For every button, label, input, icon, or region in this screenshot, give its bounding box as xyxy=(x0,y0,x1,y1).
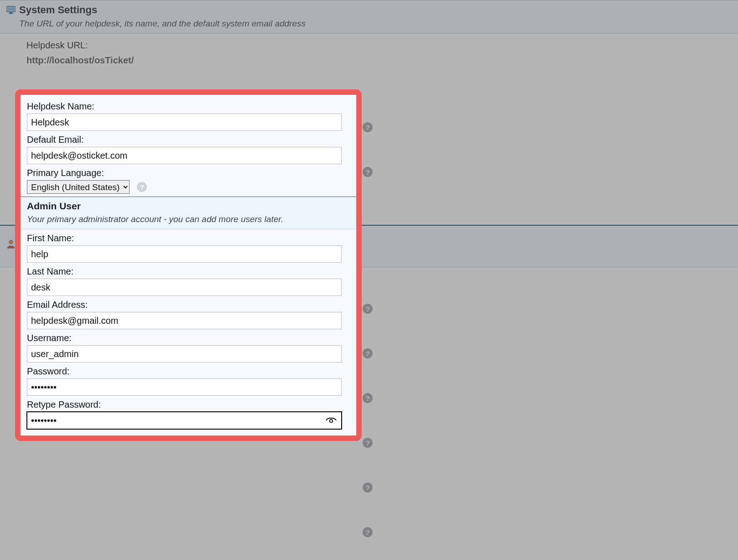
svg-rect-1 xyxy=(8,7,14,11)
helpdesk-url-block: Helpdesk URL: http://localhost/osTicket/ xyxy=(0,34,738,72)
admin-user-subtitle: Your primary administrator account - you… xyxy=(27,214,350,224)
svg-rect-2 xyxy=(10,12,12,13)
helpdesk-url-value: http://localhost/osTicket/ xyxy=(26,55,732,66)
svg-point-5 xyxy=(330,420,333,422)
help-icon[interactable]: ? xyxy=(363,527,373,537)
password-input[interactable] xyxy=(27,379,342,396)
eye-icon[interactable] xyxy=(325,416,337,425)
helpdesk-url-label: Helpdesk URL: xyxy=(26,40,732,51)
system-settings-title: System Settings xyxy=(19,4,97,16)
retype-password-input[interactable] xyxy=(27,412,342,429)
last-name-input[interactable] xyxy=(27,279,342,296)
email-address-label: Email Address: xyxy=(27,300,350,310)
system-settings-header: System Settings The URL of your helpdesk… xyxy=(0,0,738,34)
first-name-label: First Name: xyxy=(27,233,350,244)
svg-rect-3 xyxy=(9,13,13,14)
helpdesk-name-label: Helpdesk Name: xyxy=(27,101,350,112)
helpdesk-name-input[interactable] xyxy=(27,114,342,131)
help-icon[interactable]: ? xyxy=(363,348,373,358)
username-input[interactable] xyxy=(27,345,342,363)
svg-point-4 xyxy=(9,240,13,244)
admin-user-title: Admin User xyxy=(27,201,350,212)
help-icon[interactable]: ? xyxy=(363,167,373,177)
system-settings-subtitle: The URL of your helpdesk, its name, and … xyxy=(19,19,732,29)
default-email-input[interactable] xyxy=(27,147,342,164)
user-icon xyxy=(6,239,16,250)
help-icon[interactable]: ? xyxy=(137,182,147,192)
username-label: Username: xyxy=(27,333,350,343)
help-icon[interactable]: ? xyxy=(363,393,373,403)
email-address-input[interactable] xyxy=(27,312,342,329)
primary-language-label: Primary Language: xyxy=(27,168,350,178)
help-icon[interactable]: ? xyxy=(363,482,373,493)
monitor-icon xyxy=(6,5,16,15)
first-name-input[interactable] xyxy=(27,245,342,263)
help-icon[interactable]: ? xyxy=(363,304,373,314)
help-icon[interactable]: ? xyxy=(363,122,373,132)
default-email-label: Default Email: xyxy=(27,135,350,145)
last-name-label: Last Name: xyxy=(27,266,350,277)
admin-user-header: Admin User Your primary administrator ac… xyxy=(21,197,356,229)
retype-password-label: Retype Password: xyxy=(27,399,350,410)
help-icon[interactable]: ? xyxy=(363,438,373,448)
primary-language-select[interactable]: English (United States) xyxy=(27,180,130,194)
highlight-panel: Helpdesk Name: Default Email: Primary La… xyxy=(15,89,362,441)
password-label: Password: xyxy=(27,366,350,377)
